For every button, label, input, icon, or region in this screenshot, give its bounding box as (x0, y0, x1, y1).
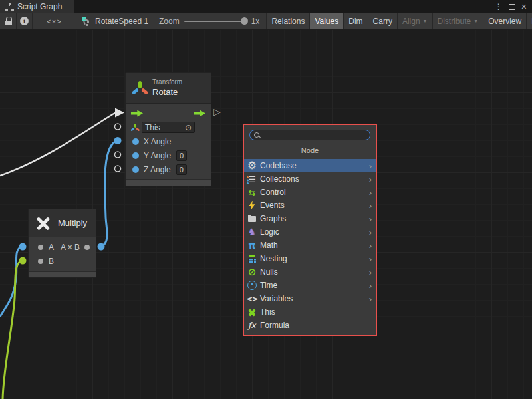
lock-icon (5, 17, 12, 25)
zoom-value: 1x (251, 17, 260, 26)
toolbar-button-carry[interactable]: Carry (368, 13, 397, 29)
finder-item-label: Formula (260, 321, 289, 330)
port-result-dot[interactable] (84, 245, 90, 250)
kebab-menu-icon[interactable]: ⋮ (495, 3, 503, 11)
port-xangle-dot[interactable] (132, 138, 139, 145)
finder-item-events[interactable]: Events› (244, 199, 376, 212)
port-zangle-dot[interactable] (132, 166, 139, 173)
object-picker-icon[interactable]: ⊙ (185, 124, 192, 132)
transform-icon (131, 123, 136, 131)
finder-item-this[interactable]: This (244, 305, 376, 319)
toolbar-button-label: Align (402, 17, 420, 26)
chevron-right-icon: › (369, 162, 372, 170)
chevron-right-icon: › (369, 295, 372, 303)
finder-item-graphs[interactable]: Graphs› (244, 212, 376, 225)
dropdown-caret-icon: ▼ (473, 19, 478, 23)
finder-item-label: Variables (260, 294, 293, 303)
finder-item-label: Graphs (260, 214, 286, 223)
finder-item-codebase[interactable]: Codebase› (244, 159, 376, 172)
fx-icon (247, 320, 257, 331)
wire-green-to-b[interactable] (3, 261, 23, 399)
finder-item-label: Codebase (260, 161, 297, 170)
port-a-outer[interactable] (19, 243, 27, 251)
tab-script-graph[interactable]: Script Graph (0, 0, 74, 13)
graph-canvas[interactable]: Transform Rotate This ⊙ X Angle (0, 30, 532, 399)
close-icon[interactable]: × (521, 2, 527, 11)
lock-button[interactable] (0, 13, 17, 29)
finder-item-logic[interactable]: Logic› (244, 225, 376, 239)
toolbar-button-relations[interactable]: Relations (266, 13, 309, 29)
tab-label: Script Graph (17, 2, 62, 11)
toolbar-button-overview[interactable]: Overview (483, 13, 526, 29)
port-zangle-outer[interactable] (115, 166, 121, 172)
port-b-dot[interactable] (38, 259, 43, 264)
this-row: This ⊙ (126, 120, 211, 134)
port-this-outer[interactable] (115, 124, 121, 130)
finder-item-math[interactable]: Math› (244, 239, 376, 252)
finder-item-time[interactable]: Time› (244, 279, 376, 292)
port-xangle-outer[interactable] (114, 137, 122, 144)
flow-continue-triangle-icon: ▷ (213, 106, 221, 117)
flow-in-arrow-icon[interactable] (131, 110, 143, 118)
graph-toolbar: i <×> RotateSpeed 1 Zoom 1x RelationsVal… (0, 13, 532, 29)
port-yangle-outer[interactable] (115, 152, 121, 158)
finder-item-collections[interactable]: Collections› (244, 172, 376, 186)
finder-item-control[interactable]: Control› (244, 186, 376, 199)
toolbar-button-dim[interactable]: Dim (343, 13, 367, 29)
wire-blue-multiply-to-xangle[interactable] (101, 141, 117, 247)
wire-arrowhead (115, 108, 124, 118)
port-b-outer[interactable] (19, 257, 27, 265)
chevron-right-icon: › (369, 241, 372, 250)
toolbar-button-label: Relations (271, 17, 305, 26)
y-angle-label: Y Angle (144, 151, 171, 160)
toolbar-button-label: Dim (348, 17, 362, 26)
port-yangle-dot[interactable] (132, 152, 139, 159)
node-transform-rotate[interactable]: Transform Rotate This ⊙ X Angle (125, 72, 211, 186)
port-result-outer[interactable] (98, 243, 105, 251)
finder-item-label: Nesting (260, 254, 287, 263)
graph-reference[interactable]: RotateSpeed 1 (76, 13, 150, 29)
folder-icon (247, 213, 257, 224)
node-category: Transform (152, 78, 182, 87)
move-icon (247, 307, 257, 317)
x-angle-label: X Angle (144, 137, 171, 146)
zoom-slider-handle[interactable] (241, 17, 248, 25)
zoom-label: Zoom (159, 17, 180, 26)
info-button[interactable]: i (17, 13, 33, 29)
y-angle-value-field[interactable]: 0 (176, 150, 187, 161)
node-multiply[interactable]: Multiply A A × B B (28, 209, 96, 278)
finder-item-variables[interactable]: Variables› (244, 292, 376, 305)
finder-search-box[interactable] (249, 130, 370, 140)
finder-item-label: Nulls (260, 267, 278, 277)
a-row: A A × B (29, 240, 96, 254)
chevron-right-icon: › (369, 255, 372, 263)
toolbar-button-distribute: Distribute▼ (432, 13, 483, 29)
finder-search-input[interactable] (265, 131, 366, 139)
knight-icon (247, 227, 257, 237)
finder-item-label: Math (260, 241, 278, 250)
chevron-right-icon: › (369, 268, 372, 277)
finder-item-formula[interactable]: Formula (244, 319, 376, 332)
port-a-dot[interactable] (38, 245, 43, 250)
node-icon (82, 17, 91, 26)
transform-icon (132, 81, 147, 96)
flow-row (126, 106, 211, 120)
toolbar-button-full-screen[interactable]: Full Screen (526, 13, 532, 29)
dropdown-caret-icon: ▼ (423, 19, 428, 23)
toolbar-button-values[interactable]: Values (309, 13, 343, 29)
chevron-right-icon: › (369, 201, 372, 210)
info-icon: i (20, 17, 29, 25)
wire-flow-white[interactable] (0, 113, 116, 176)
y-angle-row: Y Angle 0 (126, 148, 211, 162)
nesting-icon (247, 253, 257, 264)
chevron-right-icon: › (369, 175, 372, 184)
maximize-icon[interactable] (509, 4, 515, 10)
flow-out-arrow-icon[interactable] (194, 110, 205, 118)
wire-blue-to-a[interactable] (0, 247, 23, 317)
this-field[interactable]: This ⊙ (142, 122, 195, 133)
finder-item-nulls[interactable]: Nulls› (244, 265, 376, 279)
zoom-slider[interactable] (184, 21, 247, 22)
z-angle-value-field[interactable]: 0 (176, 164, 187, 175)
code-ports-button[interactable]: <×> (33, 13, 76, 29)
finder-item-nesting[interactable]: Nesting› (244, 252, 376, 265)
